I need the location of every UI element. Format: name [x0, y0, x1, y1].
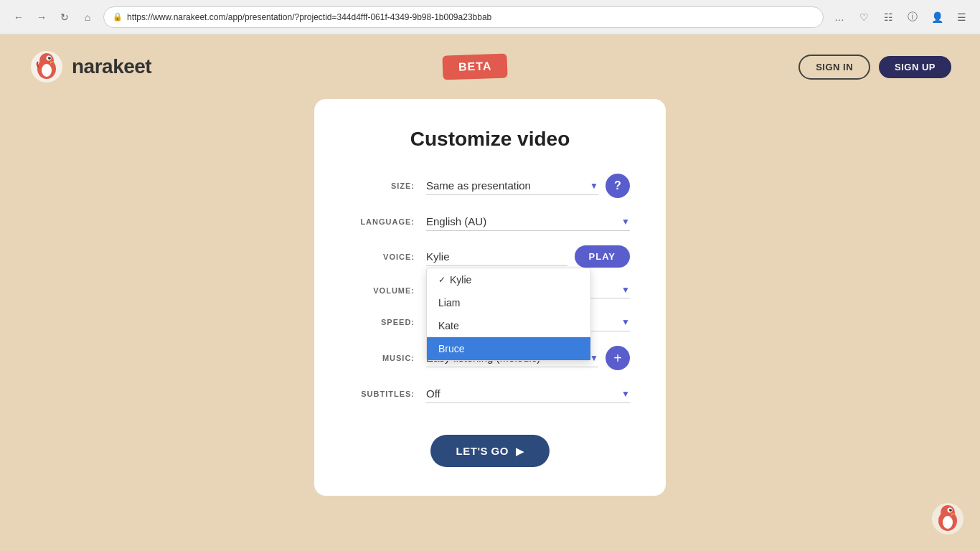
language-label: LANGUAGE: — [350, 217, 415, 226]
size-dropdown[interactable]: Same as presentation ▼ — [426, 176, 598, 195]
voice-option-kate[interactable]: Kate — [427, 314, 590, 337]
size-value: Same as presentation — [426, 179, 584, 192]
voice-option-kylie-label: Kylie — [450, 274, 471, 286]
subtitles-row: SUBTITLES: Off ▼ — [350, 385, 630, 403]
logo-bird-icon — [29, 49, 65, 85]
voice-dropdown-popup: ✓ Kylie Liam Kate Bruce — [426, 268, 591, 361]
lets-go-button[interactable]: LET'S GO ▶ — [430, 435, 550, 467]
back-button[interactable]: ← — [9, 7, 29, 27]
voice-option-liam-label: Liam — [438, 297, 460, 309]
voice-option-kylie[interactable]: ✓ Kylie — [427, 268, 590, 291]
sign-in-button[interactable]: SIGN IN — [798, 55, 870, 80]
subtitles-dropdown[interactable]: Off ▼ — [426, 385, 630, 403]
refresh-button[interactable]: ↻ — [55, 7, 75, 27]
sign-up-button[interactable]: SIGN UP — [879, 56, 951, 78]
speed-dropdown-arrow-icon: ▼ — [621, 317, 630, 327]
subtitles-value: Off — [426, 387, 616, 400]
voice-row: VOICE: Kylie ✓ Kylie Liam Kate — [350, 245, 630, 268]
page-content: narakeet BETA SIGN IN SIGN UP Customize … — [0, 34, 980, 551]
voice-dropdown-trigger[interactable]: Kylie — [426, 248, 567, 266]
forward-button[interactable]: → — [32, 7, 52, 27]
subtitles-control: Off ▼ — [426, 385, 630, 403]
browser-toolbar: ← → ↻ ⌂ 🔒 https://www.narakeet.com/app/p… — [0, 0, 980, 34]
svg-point-6 — [50, 57, 50, 57]
voice-option-bruce-label: Bruce — [438, 343, 465, 354]
music-label: MUSIC: — [350, 354, 415, 362]
voice-option-kate-label: Kate — [438, 320, 459, 331]
subtitles-dropdown-arrow-icon: ▼ — [621, 389, 630, 399]
voice-option-bruce[interactable]: Bruce — [427, 337, 590, 360]
menu-button[interactable]: ☰ — [951, 7, 971, 27]
language-value: English (AU) — [426, 215, 616, 227]
language-dropdown[interactable]: English (AU) ▼ — [426, 212, 630, 231]
corner-bird-icon — [930, 501, 966, 537]
voice-label: VOICE: — [350, 253, 415, 261]
lock-icon: 🔒 — [113, 12, 123, 22]
reader-mode-button[interactable]: ☷ — [878, 7, 898, 27]
logo-text: narakeet — [72, 55, 151, 78]
size-label: SIZE: — [350, 182, 415, 190]
extensions-button[interactable]: … — [829, 7, 849, 27]
voice-option-liam[interactable]: Liam — [427, 291, 590, 314]
voice-play-button[interactable]: PLAY — [575, 245, 630, 268]
voice-control: Kylie ✓ Kylie Liam Kate Bruce — [426, 248, 567, 266]
music-plus-button[interactable]: + — [606, 346, 630, 370]
lets-go-area: LET'S GO ▶ — [350, 418, 630, 467]
lets-go-label: LET'S GO — [456, 445, 509, 457]
size-row: SIZE: Same as presentation ▼ ? — [350, 174, 630, 198]
pocket-button[interactable]: ⓘ — [903, 7, 923, 27]
header-buttons: SIGN IN SIGN UP — [798, 55, 951, 80]
size-dropdown-arrow-icon: ▼ — [590, 181, 598, 191]
voice-value: Kylie — [426, 250, 567, 263]
header: narakeet BETA SIGN IN SIGN UP — [0, 34, 980, 99]
language-row: LANGUAGE: English (AU) ▼ — [350, 212, 630, 231]
lets-go-arrow-icon: ▶ — [516, 446, 524, 457]
speed-label: SPEED: — [350, 318, 415, 326]
address-bar[interactable]: 🔒 https://www.narakeet.com/app/presentat… — [103, 6, 824, 28]
volume-label: VOLUME: — [350, 286, 415, 295]
card-title: Customize video — [350, 128, 630, 151]
svg-point-14 — [951, 509, 951, 509]
size-control: Same as presentation ▼ — [426, 176, 598, 195]
logo-area: narakeet — [29, 49, 151, 85]
main-card: Customize video SIZE: Same as presentati… — [314, 99, 666, 496]
url-text: https://www.narakeet.com/app/presentatio… — [127, 12, 814, 22]
subtitles-label: SUBTITLES: — [350, 390, 415, 398]
corner-bird-decoration — [930, 501, 966, 537]
bookmark-button[interactable]: ♡ — [854, 7, 874, 27]
svg-point-11 — [943, 516, 953, 529]
language-dropdown-arrow-icon: ▼ — [621, 217, 630, 227]
home-button[interactable]: ⌂ — [77, 7, 98, 27]
language-control: English (AU) ▼ — [426, 212, 630, 231]
svg-point-3 — [42, 64, 52, 77]
size-help-button[interactable]: ? — [606, 174, 630, 198]
profile-button[interactable]: 👤 — [927, 7, 947, 27]
voice-check-icon: ✓ — [438, 275, 446, 285]
beta-badge: BETA — [442, 53, 508, 80]
volume-dropdown-arrow-icon: ▼ — [621, 285, 630, 295]
